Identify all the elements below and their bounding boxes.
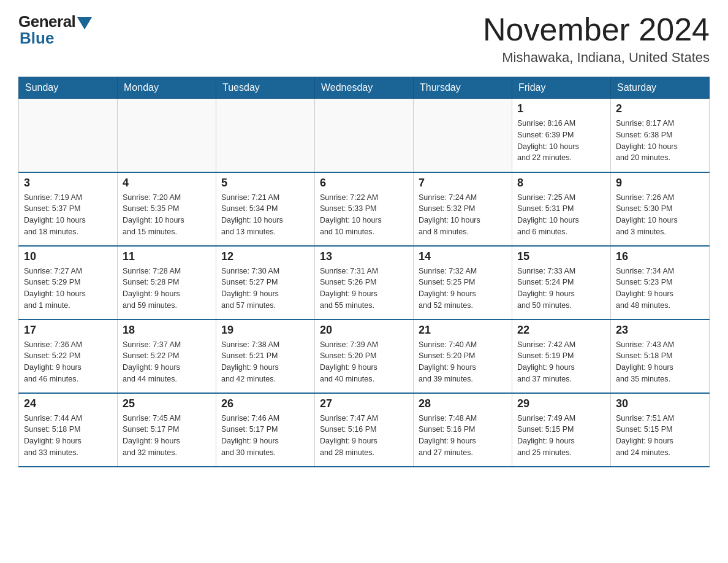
calendar-day-cell: 27Sunrise: 7:47 AM Sunset: 5:16 PM Dayli… bbox=[315, 393, 414, 467]
calendar-day-cell bbox=[216, 99, 315, 172]
day-info: Sunrise: 7:43 AM Sunset: 5:18 PM Dayligh… bbox=[616, 339, 704, 385]
calendar-day-cell: 26Sunrise: 7:46 AM Sunset: 5:17 PM Dayli… bbox=[216, 393, 315, 467]
calendar-day-cell: 3Sunrise: 7:19 AM Sunset: 5:37 PM Daylig… bbox=[19, 172, 118, 246]
day-of-week-header: Wednesday bbox=[315, 77, 414, 99]
calendar-day-cell: 29Sunrise: 7:49 AM Sunset: 5:15 PM Dayli… bbox=[512, 393, 611, 467]
calendar-header-row: SundayMondayTuesdayWednesdayThursdayFrid… bbox=[19, 77, 710, 99]
day-info: Sunrise: 7:34 AM Sunset: 5:23 PM Dayligh… bbox=[616, 266, 704, 312]
day-number: 8 bbox=[517, 177, 605, 190]
day-info: Sunrise: 7:44 AM Sunset: 5:18 PM Dayligh… bbox=[24, 413, 112, 459]
day-info: Sunrise: 7:19 AM Sunset: 5:37 PM Dayligh… bbox=[24, 192, 112, 238]
day-number: 18 bbox=[123, 324, 211, 337]
day-info: Sunrise: 7:25 AM Sunset: 5:31 PM Dayligh… bbox=[517, 192, 605, 238]
day-info: Sunrise: 7:49 AM Sunset: 5:15 PM Dayligh… bbox=[517, 413, 605, 459]
day-info: Sunrise: 7:37 AM Sunset: 5:22 PM Dayligh… bbox=[123, 339, 211, 385]
day-number: 10 bbox=[24, 250, 112, 263]
day-number: 9 bbox=[616, 177, 704, 190]
location-title: Mishawaka, Indiana, United States bbox=[483, 50, 710, 66]
calendar-day-cell: 22Sunrise: 7:42 AM Sunset: 5:19 PM Dayli… bbox=[512, 320, 611, 393]
calendar-day-cell: 11Sunrise: 7:28 AM Sunset: 5:28 PM Dayli… bbox=[118, 246, 216, 320]
calendar-day-cell: 16Sunrise: 7:34 AM Sunset: 5:23 PM Dayli… bbox=[611, 246, 710, 320]
day-of-week-header: Tuesday bbox=[216, 77, 315, 99]
calendar-table: SundayMondayTuesdayWednesdayThursdayFrid… bbox=[18, 77, 710, 467]
day-number: 16 bbox=[616, 250, 704, 263]
logo-blue-text: Blue bbox=[20, 29, 54, 48]
day-info: Sunrise: 7:51 AM Sunset: 5:15 PM Dayligh… bbox=[616, 413, 704, 459]
day-info: Sunrise: 7:26 AM Sunset: 5:30 PM Dayligh… bbox=[616, 192, 704, 238]
day-number: 23 bbox=[616, 324, 704, 337]
day-number: 13 bbox=[320, 250, 408, 263]
day-info: Sunrise: 7:30 AM Sunset: 5:27 PM Dayligh… bbox=[221, 266, 309, 312]
day-info: Sunrise: 7:20 AM Sunset: 5:35 PM Dayligh… bbox=[123, 192, 211, 238]
day-info: Sunrise: 7:32 AM Sunset: 5:25 PM Dayligh… bbox=[419, 266, 507, 312]
day-info: Sunrise: 7:27 AM Sunset: 5:29 PM Dayligh… bbox=[24, 266, 112, 312]
day-info: Sunrise: 8:17 AM Sunset: 6:38 PM Dayligh… bbox=[616, 118, 704, 164]
day-info: Sunrise: 7:46 AM Sunset: 5:17 PM Dayligh… bbox=[221, 413, 309, 459]
calendar-day-cell: 4Sunrise: 7:20 AM Sunset: 5:35 PM Daylig… bbox=[118, 172, 216, 246]
calendar-day-cell: 24Sunrise: 7:44 AM Sunset: 5:18 PM Dayli… bbox=[19, 393, 118, 467]
day-number: 20 bbox=[320, 324, 408, 337]
calendar-day-cell bbox=[414, 99, 512, 172]
day-number: 6 bbox=[320, 177, 408, 190]
day-info: Sunrise: 7:21 AM Sunset: 5:34 PM Dayligh… bbox=[221, 192, 309, 238]
day-number: 24 bbox=[24, 397, 112, 410]
calendar-day-cell bbox=[315, 99, 414, 172]
day-info: Sunrise: 7:40 AM Sunset: 5:20 PM Dayligh… bbox=[419, 339, 507, 385]
day-number: 29 bbox=[517, 397, 605, 410]
calendar-week-row: 10Sunrise: 7:27 AM Sunset: 5:29 PM Dayli… bbox=[19, 246, 710, 320]
day-info: Sunrise: 7:47 AM Sunset: 5:16 PM Dayligh… bbox=[320, 413, 408, 459]
day-number: 28 bbox=[419, 397, 507, 410]
calendar-week-row: 24Sunrise: 7:44 AM Sunset: 5:18 PM Dayli… bbox=[19, 393, 710, 467]
calendar-day-cell: 19Sunrise: 7:38 AM Sunset: 5:21 PM Dayli… bbox=[216, 320, 315, 393]
logo-arrow-icon bbox=[77, 17, 92, 29]
calendar-day-cell: 17Sunrise: 7:36 AM Sunset: 5:22 PM Dayli… bbox=[19, 320, 118, 393]
day-info: Sunrise: 7:28 AM Sunset: 5:28 PM Dayligh… bbox=[123, 266, 211, 312]
logo: General Blue bbox=[18, 12, 92, 48]
day-info: Sunrise: 7:48 AM Sunset: 5:16 PM Dayligh… bbox=[419, 413, 507, 459]
calendar-day-cell: 21Sunrise: 7:40 AM Sunset: 5:20 PM Dayli… bbox=[414, 320, 512, 393]
calendar-day-cell: 10Sunrise: 7:27 AM Sunset: 5:29 PM Dayli… bbox=[19, 246, 118, 320]
day-info: Sunrise: 7:45 AM Sunset: 5:17 PM Dayligh… bbox=[123, 413, 211, 459]
calendar-day-cell: 23Sunrise: 7:43 AM Sunset: 5:18 PM Dayli… bbox=[611, 320, 710, 393]
calendar-day-cell: 14Sunrise: 7:32 AM Sunset: 5:25 PM Dayli… bbox=[414, 246, 512, 320]
day-number: 2 bbox=[616, 102, 704, 115]
day-of-week-header: Monday bbox=[118, 77, 216, 99]
calendar-day-cell: 2Sunrise: 8:17 AM Sunset: 6:38 PM Daylig… bbox=[611, 99, 710, 172]
calendar-day-cell: 30Sunrise: 7:51 AM Sunset: 5:15 PM Dayli… bbox=[611, 393, 710, 467]
day-number: 19 bbox=[221, 324, 309, 337]
day-number: 15 bbox=[517, 250, 605, 263]
calendar-day-cell: 1Sunrise: 8:16 AM Sunset: 6:39 PM Daylig… bbox=[512, 99, 611, 172]
day-info: Sunrise: 7:38 AM Sunset: 5:21 PM Dayligh… bbox=[221, 339, 309, 385]
calendar-day-cell: 25Sunrise: 7:45 AM Sunset: 5:17 PM Dayli… bbox=[118, 393, 216, 467]
day-info: Sunrise: 7:42 AM Sunset: 5:19 PM Dayligh… bbox=[517, 339, 605, 385]
day-number: 17 bbox=[24, 324, 112, 337]
day-number: 21 bbox=[419, 324, 507, 337]
day-info: Sunrise: 7:24 AM Sunset: 5:32 PM Dayligh… bbox=[419, 192, 507, 238]
day-number: 27 bbox=[320, 397, 408, 410]
day-number: 26 bbox=[221, 397, 309, 410]
calendar-week-row: 17Sunrise: 7:36 AM Sunset: 5:22 PM Dayli… bbox=[19, 320, 710, 393]
day-number: 3 bbox=[24, 177, 112, 190]
day-of-week-header: Thursday bbox=[414, 77, 512, 99]
title-section: November 2024 Mishawaka, Indiana, United… bbox=[483, 12, 710, 66]
month-title: November 2024 bbox=[483, 12, 710, 47]
day-info: Sunrise: 7:31 AM Sunset: 5:26 PM Dayligh… bbox=[320, 266, 408, 312]
day-of-week-header: Saturday bbox=[611, 77, 710, 99]
page-header: General Blue November 2024 Mishawaka, In… bbox=[18, 12, 710, 66]
calendar-week-row: 1Sunrise: 8:16 AM Sunset: 6:39 PM Daylig… bbox=[19, 99, 710, 172]
day-number: 7 bbox=[419, 177, 507, 190]
calendar-day-cell: 5Sunrise: 7:21 AM Sunset: 5:34 PM Daylig… bbox=[216, 172, 315, 246]
day-info: Sunrise: 7:22 AM Sunset: 5:33 PM Dayligh… bbox=[320, 192, 408, 238]
day-info: Sunrise: 7:36 AM Sunset: 5:22 PM Dayligh… bbox=[24, 339, 112, 385]
calendar-day-cell: 18Sunrise: 7:37 AM Sunset: 5:22 PM Dayli… bbox=[118, 320, 216, 393]
day-info: Sunrise: 8:16 AM Sunset: 6:39 PM Dayligh… bbox=[517, 118, 605, 164]
calendar-day-cell: 28Sunrise: 7:48 AM Sunset: 5:16 PM Dayli… bbox=[414, 393, 512, 467]
calendar-day-cell: 6Sunrise: 7:22 AM Sunset: 5:33 PM Daylig… bbox=[315, 172, 414, 246]
day-number: 30 bbox=[616, 397, 704, 410]
day-info: Sunrise: 7:33 AM Sunset: 5:24 PM Dayligh… bbox=[517, 266, 605, 312]
calendar-week-row: 3Sunrise: 7:19 AM Sunset: 5:37 PM Daylig… bbox=[19, 172, 710, 246]
calendar-day-cell: 8Sunrise: 7:25 AM Sunset: 5:31 PM Daylig… bbox=[512, 172, 611, 246]
calendar-day-cell: 7Sunrise: 7:24 AM Sunset: 5:32 PM Daylig… bbox=[414, 172, 512, 246]
day-number: 5 bbox=[221, 177, 309, 190]
day-of-week-header: Friday bbox=[512, 77, 611, 99]
